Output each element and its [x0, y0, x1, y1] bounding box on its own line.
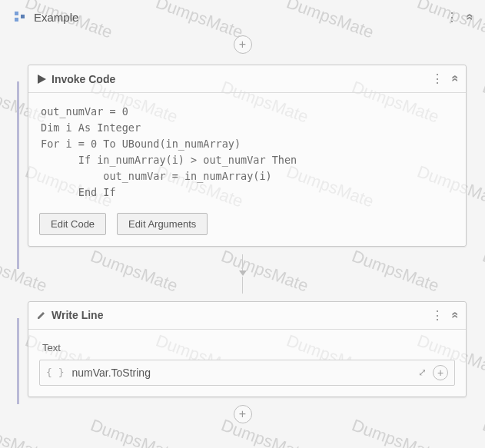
text-label: Text — [42, 342, 455, 353]
text-expression-value: numVar.ToString — [71, 367, 418, 379]
svg-rect-2 — [21, 15, 25, 18]
svg-marker-3 — [38, 75, 46, 84]
edit-arguments-button[interactable]: Edit Arguments — [117, 213, 208, 235]
write-line-activity[interactable]: Write Line Text { } numVar.ToString ⤢ + — [28, 301, 467, 397]
invoke-code-menu-icon[interactable] — [431, 71, 443, 86]
add-activity-bottom-button[interactable]: + — [234, 405, 252, 423]
add-activity-top-button[interactable]: + — [234, 35, 252, 54]
svg-rect-0 — [15, 12, 18, 15]
activity-accent-bar-2 — [17, 318, 19, 404]
invoke-code-title: Invoke Code — [51, 73, 431, 85]
play-icon — [36, 74, 47, 85]
expand-expression-icon[interactable]: ⤢ — [418, 367, 427, 378]
code-preview: out_numVar = 0 Dim i As Integer For i = … — [39, 101, 455, 208]
add-expression-button[interactable]: + — [433, 365, 448, 380]
write-line-title: Write Line — [51, 309, 431, 321]
svg-rect-1 — [15, 18, 18, 22]
sequence-icon — [12, 9, 28, 25]
invoke-code-collapse-icon[interactable] — [451, 71, 458, 86]
write-line-collapse-icon[interactable] — [451, 308, 458, 323]
connector-arrow — [8, 247, 477, 301]
activity-accent-bar — [17, 81, 19, 269]
invoke-code-activity[interactable]: Invoke Code out_numVar = 0 Dim i As Inte… — [28, 65, 467, 247]
sequence-title: Example — [34, 11, 446, 24]
expression-brackets-icon: { } — [46, 367, 64, 378]
sequence-header: Example — [8, 6, 477, 28]
write-line-menu-icon[interactable] — [431, 308, 443, 323]
edit-code-button[interactable]: Edit Code — [39, 213, 106, 235]
sequence-menu-icon[interactable] — [446, 10, 458, 25]
text-expression-input[interactable]: { } numVar.ToString ⤢ + — [39, 360, 455, 386]
sequence-collapse-icon[interactable] — [466, 10, 473, 25]
pencil-icon — [36, 310, 47, 320]
